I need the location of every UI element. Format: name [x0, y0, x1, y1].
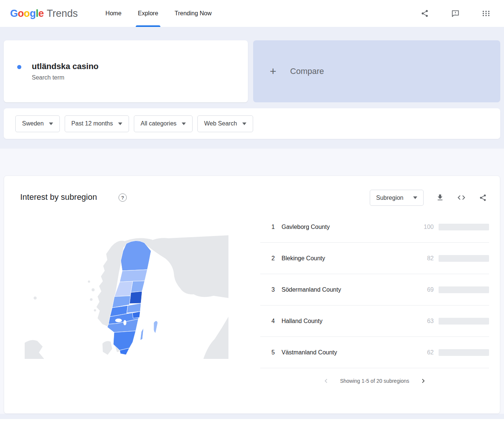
interest-by-subregion-card: Interest by subregion ? Subregion	[4, 176, 500, 414]
value-bar-track	[439, 349, 489, 356]
value-bar-track	[439, 318, 489, 325]
panel-title: Interest by subregion	[20, 192, 97, 202]
chevron-down-icon	[242, 122, 246, 125]
filter-bar: Sweden Past 12 months All categories Web…	[4, 108, 500, 139]
table-row[interactable]: 2 Blekinge County 82	[260, 243, 489, 274]
subregion-dropdown-label: Subregion	[376, 195, 403, 201]
page-footer	[0, 419, 504, 422]
logo-letter: o	[24, 8, 30, 19]
filter-time-dropdown[interactable]: Past 12 months	[65, 115, 129, 132]
prev-page-button[interactable]	[322, 377, 330, 385]
share-button[interactable]	[417, 6, 432, 21]
compare-label: Compare	[290, 66, 324, 76]
feedback-button[interactable]	[448, 6, 463, 21]
subregion-name: Blekinge County	[282, 255, 417, 262]
next-page-button[interactable]	[419, 377, 427, 385]
table-row[interactable]: 4 Halland County 63	[260, 305, 489, 337]
nav-trending-now-label: Trending Now	[175, 10, 212, 17]
page-background-band	[0, 414, 504, 419]
subregion-pagination: Showing 1-5 of 20 subregions	[260, 377, 489, 385]
search-term-card[interactable]: utländska casino Search term	[4, 40, 248, 102]
subregion-value: 62	[417, 349, 434, 356]
map-svg	[25, 234, 228, 359]
share-icon	[479, 194, 487, 202]
apps-button[interactable]	[479, 6, 494, 21]
embed-icon	[457, 193, 466, 202]
search-term: utländska casino	[32, 62, 99, 71]
logo-letter: g	[30, 8, 36, 19]
table-row[interactable]: 3 Södermanland County 69	[260, 274, 489, 305]
filter-time-label: Past 12 months	[71, 120, 113, 127]
results-section: Interest by subregion ? Subregion	[0, 149, 504, 414]
embed-button[interactable]	[456, 192, 467, 203]
logo-letter: o	[18, 8, 24, 19]
table-row[interactable]: 1 Gavleborg County 100	[260, 211, 489, 243]
rank-number: 1	[271, 224, 282, 230]
chevron-down-icon	[413, 196, 417, 199]
feedback-icon	[451, 9, 460, 18]
download-icon	[436, 193, 444, 202]
compare-button[interactable]: + Compare	[253, 40, 501, 102]
subregion-name: Västmanland County	[282, 349, 417, 356]
nav-trending-now[interactable]: Trending Now	[166, 0, 220, 27]
series-color-dot	[17, 65, 21, 69]
logo-letter: l	[36, 8, 39, 19]
subregion-value: 100	[417, 224, 434, 230]
nav-home[interactable]: Home	[97, 0, 130, 27]
nav-explore[interactable]: Explore	[130, 0, 166, 27]
subregion-value: 82	[417, 255, 434, 262]
rank-number: 2	[271, 255, 282, 262]
nav-explore-label: Explore	[138, 10, 158, 17]
help-button[interactable]: ?	[119, 193, 127, 202]
logo-letter: G	[10, 8, 18, 19]
active-tab-underline	[136, 25, 160, 27]
filter-search-type-label: Web Search	[204, 120, 237, 127]
subregion-value: 69	[417, 286, 434, 293]
filter-search-type-dropdown[interactable]: Web Search	[197, 115, 253, 132]
term-cards-row: utländska casino Search term + Compare	[4, 40, 500, 102]
subregion-name: Gavleborg County	[282, 224, 417, 230]
subregion-value: 63	[417, 318, 434, 325]
chevron-down-icon	[49, 122, 53, 125]
search-term-text-block: utländska casino Search term	[32, 62, 99, 81]
value-bar-track	[439, 224, 489, 230]
logo-letter: e	[39, 8, 44, 19]
plus-icon: +	[270, 65, 277, 78]
value-bar-track	[439, 286, 489, 293]
subregion-name: Södermanland County	[282, 286, 417, 293]
chevron-down-icon	[182, 122, 186, 125]
chevron-right-icon	[419, 377, 427, 385]
top-app-bar: G o o g l e Trends Home Explore Trending…	[0, 0, 504, 27]
subregion-name: Halland County	[282, 318, 417, 325]
rank-number: 4	[271, 318, 282, 325]
subregion-view-dropdown[interactable]: Subregion	[370, 190, 424, 206]
trends-wordmark: Trends	[47, 8, 78, 19]
filter-category-dropdown[interactable]: All categories	[134, 115, 193, 132]
sweden-choropleth-map[interactable]	[25, 234, 228, 359]
filter-category-label: All categories	[141, 120, 176, 127]
header-actions	[417, 6, 504, 21]
help-icon: ?	[121, 195, 124, 201]
download-button[interactable]	[435, 192, 445, 203]
chevron-down-icon	[118, 122, 122, 125]
value-bar-track	[439, 255, 489, 262]
rank-number: 5	[271, 349, 282, 356]
google-trends-logo[interactable]: G o o g l e Trends	[10, 8, 78, 19]
panel-actions	[435, 192, 488, 203]
apps-grid-icon	[482, 9, 490, 18]
share-icon	[421, 9, 429, 18]
filter-region-label: Sweden	[22, 120, 44, 127]
primary-nav: Home Explore Trending Now	[97, 0, 220, 27]
rank-number: 3	[271, 286, 282, 293]
explore-hero: utländska casino Search term + Compare S…	[0, 27, 504, 149]
share-panel-button[interactable]	[477, 192, 488, 203]
nav-home-label: Home	[105, 10, 122, 17]
chevron-left-icon	[322, 377, 330, 385]
subregion-rank-list: 1 Gavleborg County 100 2 Blekinge County…	[260, 211, 489, 368]
pagination-label: Showing 1-5 of 20 subregions	[340, 378, 409, 384]
table-row[interactable]: 5 Västmanland County 62	[260, 337, 489, 368]
filter-region-dropdown[interactable]: Sweden	[15, 115, 60, 132]
search-term-type: Search term	[32, 74, 99, 81]
google-wordmark: G o o g l e	[10, 8, 44, 19]
